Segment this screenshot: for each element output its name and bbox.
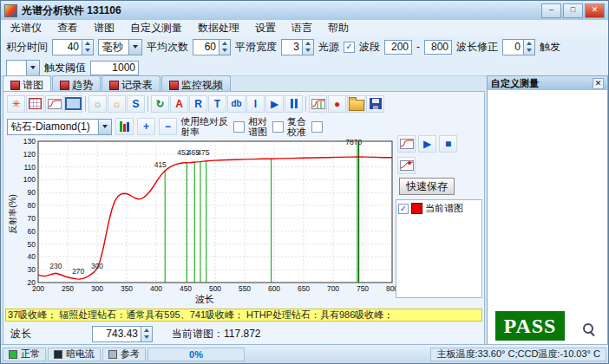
save-button[interactable] (366, 95, 384, 113)
absorbance-button[interactable]: A (170, 95, 188, 113)
menu-settings[interactable]: 设置 (247, 19, 284, 37)
window-title: 光谱分析软件 131106 (22, 3, 121, 18)
menu-language[interactable]: 语言 (284, 19, 320, 37)
svg-text:600: 600 (268, 284, 280, 293)
marker-tool-button[interactable] (397, 157, 416, 174)
absolute-reflectance-checkbox[interactable] (233, 121, 245, 133)
custom-measure-panel: 自定义测量 ✕ PASS (487, 75, 608, 345)
play-button[interactable]: ▶ (265, 95, 284, 113)
status-bar: 正常 暗电流 参考 0% 主板温度:33.60° C;CCD温度:-10.03°… (1, 344, 608, 363)
band-min-input[interactable]: 200 (384, 40, 412, 55)
wavelength-correction-input[interactable]: 0 (502, 39, 535, 55)
plus-icon: + (143, 120, 149, 133)
chevron-down-icon (98, 120, 111, 134)
transmittance-button[interactable]: T (208, 95, 226, 113)
quick-save-button[interactable]: 快速保存 (399, 178, 455, 195)
dark-current-indicator (54, 350, 62, 359)
legend-label: 当前谱图 (425, 202, 463, 215)
measure-stop-button[interactable]: ■ (439, 135, 457, 153)
status-dark-current[interactable]: 暗电流 (48, 348, 101, 361)
spectrum-chart[interactable]: 2002503003504004505005506006507007508002… (14, 137, 396, 295)
svg-text:550: 550 (239, 284, 251, 293)
spectrum-icon (311, 99, 325, 109)
minimize-button[interactable]: – (541, 3, 561, 18)
settings-panel: 积分时间 40 毫秒 平均次数 60 平滑宽度 3 光源 ✓ 波段 200 - … (1, 36, 608, 76)
intensity-button[interactable]: I (246, 95, 265, 113)
panel-close-button[interactable]: ✕ (593, 78, 604, 89)
lamp-on-button[interactable]: ☼ (108, 95, 126, 113)
composite-calibration-checkbox[interactable] (311, 121, 323, 133)
magnifier-icon[interactable] (582, 322, 595, 335)
svg-text:20: 20 (28, 278, 36, 287)
title-bar[interactable]: 光谱分析软件 131106 – □ ✕ (1, 1, 608, 21)
average-count-input[interactable]: 60 (193, 39, 231, 55)
play-icon: ▶ (271, 98, 278, 110)
folder-open-icon (349, 100, 364, 111)
svg-text:70: 70 (28, 214, 36, 223)
svg-text:130: 130 (23, 137, 36, 146)
menu-data-processing[interactable]: 数据处理 (190, 19, 247, 37)
maximize-button[interactable]: □ (563, 3, 583, 18)
svg-text:40: 40 (28, 252, 36, 261)
wavelength-input[interactable]: 743.43 (92, 326, 153, 342)
pause-button[interactable] (285, 95, 303, 113)
monitor-view-button[interactable] (64, 95, 82, 113)
refresh-button[interactable]: ↻ (151, 95, 169, 113)
measure-start-button[interactable]: ▶ (418, 135, 436, 153)
record-button[interactable]: ● (328, 95, 346, 113)
status-normal: 正常 (3, 348, 46, 361)
scan-button[interactable]: S (127, 95, 145, 113)
open-button[interactable] (347, 95, 365, 113)
x-axis-label: 波长 (14, 293, 396, 306)
menu-custom-measure[interactable]: 自定义测量 (122, 19, 190, 37)
app-icon (4, 4, 17, 17)
time-unit-select[interactable]: 毫秒 (98, 39, 142, 55)
tab-record-table[interactable]: 记录表 (102, 75, 160, 93)
monitor-icon (65, 97, 82, 110)
smooth-width-label: 平滑宽度 (235, 40, 277, 55)
material-select[interactable]: 钻石-Diamond(1) (7, 119, 112, 135)
menu-view[interactable]: 查看 (49, 19, 86, 37)
menu-help[interactable]: 帮助 (320, 19, 357, 37)
center-curve-button[interactable]: ✳ (7, 95, 25, 113)
grid-toggle-button[interactable] (26, 95, 44, 113)
svg-text:80: 80 (28, 201, 36, 210)
curve-view-button[interactable] (45, 95, 63, 113)
trigger-mode-select[interactable] (6, 60, 40, 76)
svg-text:7870: 7870 (345, 138, 362, 146)
pause-icon (291, 99, 298, 108)
smooth-width-input[interactable]: 3 (281, 39, 314, 55)
light-source-checkbox[interactable]: ✓ (344, 42, 355, 53)
close-button[interactable]: ✕ (585, 3, 605, 18)
menu-spectrum[interactable]: 谱图 (86, 19, 122, 37)
reflectance-button[interactable]: R (189, 95, 207, 113)
spectrum-snapshot-button[interactable] (309, 95, 327, 113)
lamp-off-button[interactable]: ☼ (88, 95, 107, 113)
zoom-in-button[interactable]: + (137, 118, 155, 135)
relative-spectrum-label: 相对谱图 (248, 116, 269, 137)
relative-spectrum-checkbox[interactable] (272, 121, 284, 133)
svg-text:400: 400 (150, 284, 162, 293)
legend-checkbox[interactable]: ✓ (398, 204, 409, 214)
svg-text:415: 415 (154, 160, 167, 169)
menu-spectrometer[interactable]: 光谱仪 (3, 19, 49, 37)
temperature-readout: 主板温度:33.60° C;CCD温度:-10.03° C (430, 348, 606, 361)
trigger-threshold-input[interactable]: 1000 (90, 61, 139, 75)
band-max-input[interactable]: 800 (424, 40, 452, 55)
menu-bar: 光谱仪 查看 谱图 自定义测量 数据处理 设置 语言 帮助 (1, 20, 608, 37)
zoom-out-button[interactable]: − (159, 118, 177, 135)
svg-text:450: 450 (180, 284, 192, 293)
colorbars-button[interactable] (115, 118, 134, 135)
legend-item-current-spectrum[interactable]: ✓ 当前谱图 (398, 202, 480, 215)
app-window: 光谱分析软件 131106 – □ ✕ 光谱仪 查看 谱图 自定义测量 数据处理… (0, 0, 609, 364)
svg-text:750: 750 (357, 284, 369, 293)
svg-text:700: 700 (327, 284, 339, 293)
tab-trend[interactable]: 趋势 (52, 75, 101, 93)
status-reference[interactable]: 参考 (102, 348, 146, 361)
measure-spectrum-button[interactable] (397, 135, 416, 153)
integration-time-input[interactable]: 40 (52, 39, 94, 55)
db-button[interactable]: db (227, 95, 246, 113)
tab-monitor-video[interactable]: 监控视频 (161, 75, 231, 93)
svg-text:100: 100 (23, 175, 36, 184)
minus-icon: − (165, 120, 171, 133)
